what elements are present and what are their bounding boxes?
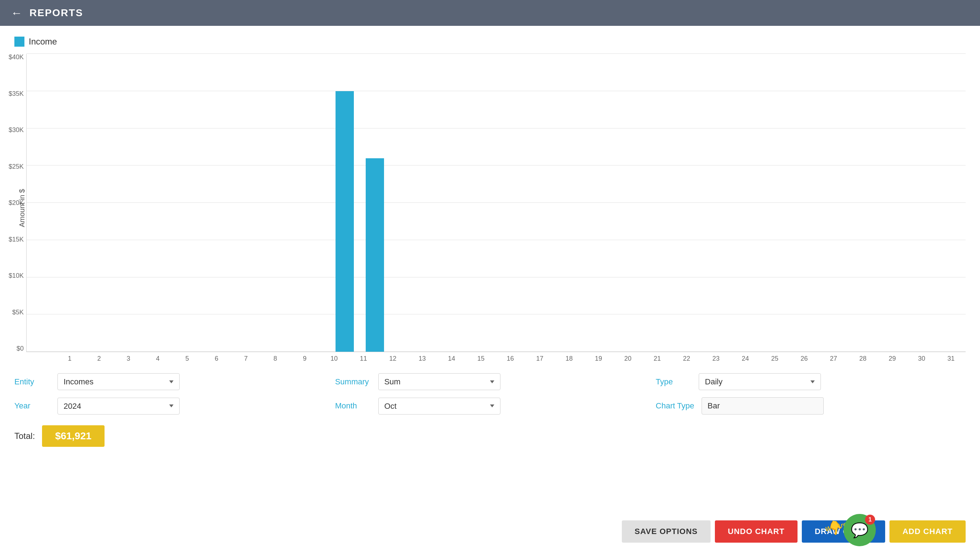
back-button[interactable]: ← bbox=[11, 7, 22, 19]
x-tick: 18 bbox=[554, 355, 584, 363]
entity-group: Entity IncomesExpensesAll bbox=[15, 373, 324, 390]
x-tick: 9 bbox=[290, 355, 319, 363]
x-tick: 19 bbox=[584, 355, 613, 363]
x-tick: 23 bbox=[701, 355, 731, 363]
chart-type-value: Bar bbox=[702, 397, 824, 415]
entity-label: Entity bbox=[15, 377, 50, 386]
x-tick: 13 bbox=[407, 355, 437, 363]
x-tick: 5 bbox=[172, 355, 202, 363]
chart-type-label: Chart Type bbox=[656, 401, 694, 410]
x-tick: 25 bbox=[760, 355, 790, 363]
year-select[interactable]: 202420232022 bbox=[57, 397, 180, 415]
x-tick: 31 bbox=[936, 355, 965, 363]
type-group: Type DailyWeeklyMonthly bbox=[656, 373, 965, 390]
x-tick: 27 bbox=[819, 355, 848, 363]
x-tick: 15 bbox=[466, 355, 496, 363]
x-tick: 1 bbox=[55, 355, 85, 363]
x-tick: 28 bbox=[848, 355, 878, 363]
entity-select[interactable]: IncomesExpensesAll bbox=[57, 373, 180, 390]
x-tick: 16 bbox=[496, 355, 525, 363]
legend-label: Income bbox=[29, 37, 57, 47]
chart-bar bbox=[366, 158, 384, 352]
y-tick: $10K bbox=[0, 272, 24, 279]
x-tick: 22 bbox=[672, 355, 701, 363]
x-tick: 30 bbox=[907, 355, 936, 363]
undo-chart-button[interactable]: UNDO CHART bbox=[715, 520, 797, 542]
y-tick: $15K bbox=[0, 236, 24, 243]
month-select[interactable]: JanFebMarAprMayJunJulAugSepOctNovDec bbox=[378, 397, 500, 415]
x-tick: 29 bbox=[878, 355, 907, 363]
y-tick: $35K bbox=[0, 90, 24, 97]
x-tick: 20 bbox=[613, 355, 643, 363]
x-tick: 21 bbox=[643, 355, 672, 363]
x-tick: 4 bbox=[143, 355, 172, 363]
x-tick: 26 bbox=[790, 355, 819, 363]
total-label: Total: bbox=[15, 431, 35, 441]
y-tick: $5K bbox=[0, 309, 24, 316]
chart-wrapper: Amount in $ $0$5K$10K$15K$20K$25K$30K$35… bbox=[15, 54, 965, 363]
chat-icon: 💬 bbox=[851, 522, 869, 539]
x-tick: 12 bbox=[378, 355, 408, 363]
control-row-1: Entity IncomesExpensesAll Summary SumAve… bbox=[15, 373, 965, 390]
x-tick: 6 bbox=[202, 355, 231, 363]
type-select[interactable]: DailyWeeklyMonthly bbox=[699, 373, 821, 390]
y-tick: $30K bbox=[0, 127, 24, 133]
x-tick: 17 bbox=[525, 355, 555, 363]
month-group: Month JanFebMarAprMayJunJulAugSepOctNovD… bbox=[335, 397, 645, 415]
type-label: Type bbox=[656, 377, 691, 386]
total-value: $61,921 bbox=[42, 425, 104, 447]
chart-bar bbox=[335, 91, 354, 352]
y-tick: $40K bbox=[0, 54, 24, 60]
x-tick: 7 bbox=[231, 355, 261, 363]
y-tick: $20K bbox=[0, 200, 24, 206]
x-tick: 2 bbox=[85, 355, 114, 363]
chat-bubble[interactable]: 💬 1 bbox=[843, 514, 876, 546]
y-tick: $0 bbox=[0, 345, 24, 352]
control-row-2: Year 202420232022 Month JanFebMarAprMayJ… bbox=[15, 397, 965, 415]
summary-label: Summary bbox=[335, 377, 371, 386]
hand-emoji: 👇 bbox=[826, 519, 845, 537]
x-tick: 24 bbox=[731, 355, 760, 363]
save-options-button[interactable]: SAVE OPTIONS bbox=[622, 520, 710, 542]
header: ← REPORTS bbox=[0, 0, 980, 26]
controls: Entity IncomesExpensesAll Summary SumAve… bbox=[15, 373, 965, 447]
chart-inner: $0$5K$10K$15K$20K$25K$30K$35K$40K 123456… bbox=[26, 54, 965, 363]
y-ticks: $0$5K$10K$15K$20K$25K$30K$35K$40K bbox=[0, 54, 24, 352]
chart-type-group: Chart Type Bar bbox=[656, 397, 965, 415]
year-group: Year 202420232022 bbox=[15, 397, 324, 415]
page-title: REPORTS bbox=[29, 7, 83, 19]
bottom-buttons: SAVE OPTIONS UNDO CHART DRAW CHART ADD C… bbox=[622, 520, 965, 542]
chart-container: Amount in $ $0$5K$10K$15K$20K$25K$30K$35… bbox=[15, 54, 965, 363]
legend-color-box bbox=[15, 37, 24, 47]
y-tick: $25K bbox=[0, 163, 24, 170]
month-label: Month bbox=[335, 401, 371, 410]
add-chart-button[interactable]: ADD CHART bbox=[890, 520, 965, 542]
year-label: Year bbox=[15, 401, 50, 410]
x-tick: 3 bbox=[114, 355, 143, 363]
summary-group: Summary SumAverageCount bbox=[335, 373, 645, 390]
x-tick: 14 bbox=[437, 355, 466, 363]
chart-legend: Income bbox=[15, 37, 965, 47]
chart-plot: $0$5K$10K$15K$20K$25K$30K$35K$40K bbox=[26, 54, 965, 352]
x-tick: 10 bbox=[319, 355, 349, 363]
bars-area bbox=[26, 54, 965, 352]
x-tick: 8 bbox=[260, 355, 290, 363]
summary-select[interactable]: SumAverageCount bbox=[378, 373, 500, 390]
chat-badge: 1 bbox=[865, 515, 875, 525]
x-tick: 11 bbox=[349, 355, 378, 363]
main-content: Income Amount in $ $0$5K$10K$15K$20K$25K… bbox=[0, 26, 980, 557]
x-axis: 1234567891011121314151617181920212223242… bbox=[55, 352, 965, 363]
total-row: Total: $61,921 bbox=[15, 425, 965, 447]
